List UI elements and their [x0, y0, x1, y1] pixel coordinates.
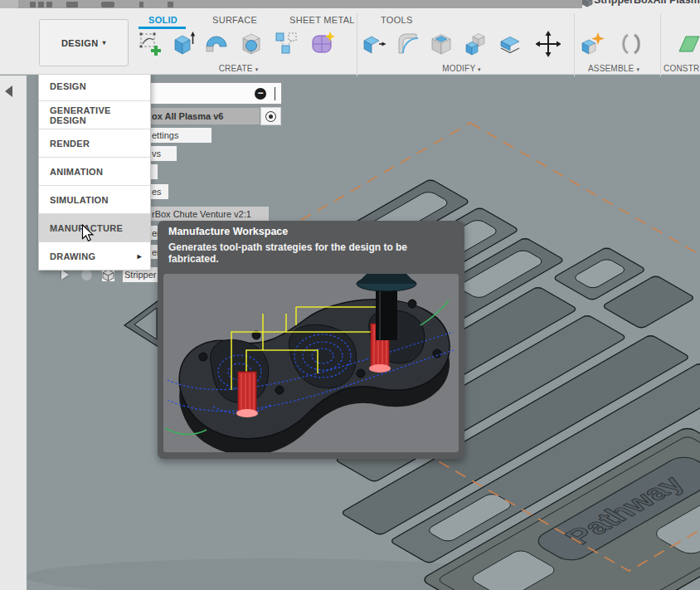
- move-copy-icon[interactable]: [536, 30, 561, 58]
- expand-arrow-icon[interactable]: [61, 270, 69, 280]
- redo-icon[interactable]: [139, 2, 143, 7]
- quick-access-toolbar: [0, 0, 582, 8]
- browser-rail: [0, 76, 27, 590]
- mouse-cursor: [81, 224, 95, 242]
- visibility-icon[interactable]: [80, 269, 93, 281]
- create-sketch-icon[interactable]: [138, 30, 163, 58]
- browser-item-sliver[interactable]: [150, 164, 158, 179]
- collapse-panel-arrow-icon[interactable]: [5, 85, 12, 97]
- browser-item-chute-venture[interactable]: rBox Chute Venture v2:1: [150, 207, 269, 221]
- grid-icon[interactable]: [38, 2, 44, 7]
- submenu-arrow-icon: ►: [136, 252, 143, 261]
- undo-icon[interactable]: [101, 2, 114, 7]
- document-tab[interactable]: StripperBoxAll Plasma v6: [582, 0, 700, 8]
- new-component-icon[interactable]: [579, 30, 607, 58]
- menu-item-design[interactable]: DESIGN: [39, 72, 150, 100]
- workspace-menu: DESIGN GENERATIVE DESIGN RENDER ANIMATIO…: [38, 71, 151, 271]
- tooltip-body: Generates tool-path strategies for the d…: [168, 241, 450, 265]
- group-separator: [574, 13, 575, 76]
- offset-face-icon[interactable]: [498, 30, 523, 58]
- revolve-icon[interactable]: [204, 30, 229, 58]
- browser-root-item[interactable]: ox All Plasma v6: [150, 108, 260, 124]
- app-menu-icon[interactable]: [0, 0, 18, 8]
- menu-item-manufacture[interactable]: MANUFACTURE: [39, 213, 150, 241]
- menu-item-generative-design[interactable]: GENERATIVE DESIGN: [39, 100, 150, 129]
- radio-icon: [265, 111, 276, 122]
- browser-item-named-views[interactable]: vs: [150, 146, 177, 161]
- sweep-icon[interactable]: [239, 30, 264, 58]
- tab-tools[interactable]: TOOLS: [381, 15, 413, 25]
- more-icon[interactable]: [168, 2, 173, 7]
- fusion360-window: Pathway StripperBoxAll Plasma v6: [0, 0, 700, 590]
- group-separator: [357, 13, 357, 76]
- workspace-switcher-button[interactable]: DESIGN ▾: [39, 19, 129, 66]
- browser-item-document-settings[interactable]: ettings: [150, 128, 211, 143]
- tab-sheet-metal[interactable]: SHEET METAL: [289, 15, 355, 25]
- pattern-icon[interactable]: [274, 30, 299, 58]
- caret-down-icon: ▾: [103, 39, 106, 46]
- create-group-label[interactable]: CREATE ▾: [199, 64, 278, 73]
- browser-item-fragment[interactable]: er: [150, 226, 158, 240]
- shell-icon[interactable]: [429, 30, 454, 58]
- menu-item-simulation[interactable]: SIMULATION: [39, 185, 150, 213]
- modify-group-label[interactable]: MODIFY ▾: [422, 64, 501, 73]
- document-title: StripperBoxAll Plasma v6: [594, 0, 700, 6]
- minus-badge-icon[interactable]: −: [255, 88, 266, 100]
- activate-document-radio[interactable]: [260, 107, 281, 125]
- group-separator: [660, 13, 661, 76]
- menu-item-drawing[interactable]: DRAWING ►: [39, 241, 150, 270]
- menu-item-animation[interactable]: ANIMATION: [39, 157, 150, 185]
- construct-group-label[interactable]: CONSTR: [664, 64, 700, 73]
- ribbon-toolbar: DESIGN ▾ SOLID SURFACE SHEET METAL TOOLS: [0, 8, 700, 75]
- browser-item-fragment[interactable]: er: [150, 245, 158, 259]
- extrude-icon[interactable]: [171, 30, 196, 58]
- tab-surface[interactable]: SURFACE: [212, 15, 257, 25]
- caret-down-icon: ▾: [636, 66, 639, 72]
- construction-plane-icon[interactable]: [678, 30, 700, 58]
- joint-icon[interactable]: [619, 30, 644, 58]
- press-pull-icon[interactable]: [362, 30, 386, 58]
- tooltip-title: Manufacture Workspace: [168, 226, 288, 237]
- document-cube-icon: [582, 0, 593, 7]
- grid-icon[interactable]: [46, 2, 52, 7]
- manufacture-tooltip: Manufacture Workspace Generates tool-pat…: [158, 221, 464, 459]
- active-tab-underline: [139, 27, 186, 29]
- save-icon[interactable]: [66, 2, 78, 7]
- toolpath-scene: [163, 274, 459, 452]
- workspace-switcher-label: DESIGN: [61, 38, 99, 48]
- corner-part[interactable]: [124, 299, 161, 349]
- tab-solid[interactable]: SOLID: [148, 15, 177, 25]
- combine-icon[interactable]: [463, 30, 488, 58]
- browser-rename-input[interactable]: −: [150, 82, 282, 105]
- browser-item-sketches[interactable]: es: [150, 184, 168, 199]
- text-cursor: [275, 87, 275, 100]
- menu-item-render[interactable]: RENDER: [39, 129, 150, 157]
- caret-down-icon: ▾: [478, 66, 481, 72]
- create-form-icon[interactable]: [310, 30, 335, 58]
- assemble-group-label[interactable]: ASSEMBLE ▾: [576, 64, 652, 73]
- toolpath-preview-image: [163, 274, 459, 452]
- caret-down-icon: ▾: [255, 66, 259, 72]
- grid-icon[interactable]: [30, 2, 36, 7]
- fillet-icon[interactable]: [395, 30, 420, 58]
